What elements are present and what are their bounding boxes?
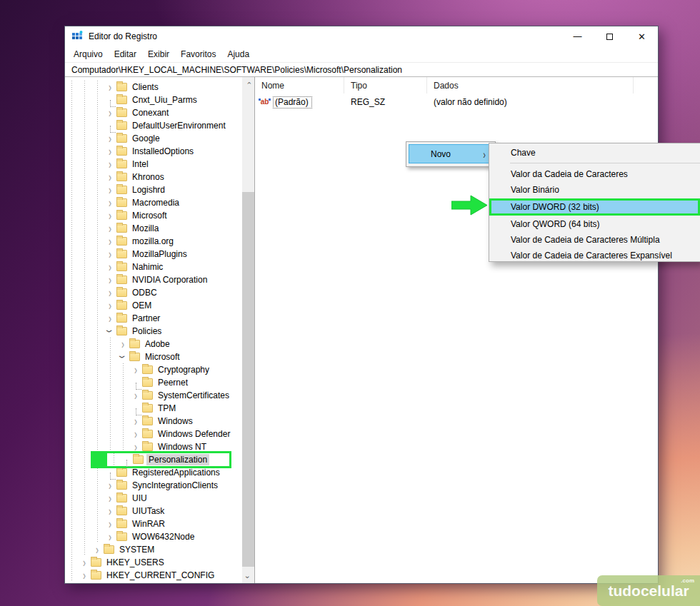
chevron-right-icon[interactable]: › bbox=[104, 104, 116, 121]
folder-icon bbox=[116, 301, 127, 310]
scroll-up-icon[interactable]: › bbox=[242, 77, 254, 89]
tree-item-google[interactable]: ›Google bbox=[65, 132, 242, 145]
tree-guide bbox=[91, 94, 104, 106]
menu-item-valor-bin-rio[interactable]: Valor Binário bbox=[489, 182, 700, 198]
menu-arquivo[interactable]: Arquivo bbox=[68, 48, 109, 61]
tree-guide bbox=[78, 505, 91, 517]
menu-item-valor-dword-32-bits[interactable]: Valor DWORD (32 bits) bbox=[489, 198, 700, 216]
folder-icon bbox=[116, 507, 127, 515]
chevron-right-icon[interactable]: › bbox=[104, 79, 116, 96]
scrollbar-thumb[interactable] bbox=[242, 192, 254, 567]
menu-item-valor-da-cadeia-de-caracteres[interactable]: Valor da Cadeia de Caracteres bbox=[489, 166, 700, 182]
chevron-right-icon[interactable]: › bbox=[104, 528, 116, 545]
folder-icon bbox=[116, 134, 127, 143]
tree-item-label: Partner bbox=[130, 313, 162, 324]
tree-item-mozilla-org[interactable]: ›mozilla.org bbox=[65, 235, 242, 248]
menu-exibir[interactable]: Exibir bbox=[142, 48, 175, 61]
tree-item-defaultuserenvironment[interactable]: DefaultUserEnvironment bbox=[65, 119, 242, 132]
maximize-button[interactable] bbox=[594, 26, 626, 46]
tree-guide bbox=[78, 222, 91, 235]
tree-guide bbox=[65, 363, 78, 376]
tree-item-label: DefaultUserEnvironment bbox=[130, 120, 228, 131]
chevron-right-icon[interactable]: › bbox=[78, 567, 91, 583]
tree-guide bbox=[104, 402, 116, 415]
folder-icon bbox=[116, 224, 127, 233]
tree-item-uiu[interactable]: ›UIU bbox=[65, 492, 242, 505]
tree-item-cryptography[interactable]: ›Cryptography bbox=[65, 363, 242, 376]
titlebar[interactable]: Editor do Registro — ✕ bbox=[65, 26, 658, 46]
tree-item-clients[interactable]: ›Clients bbox=[65, 81, 242, 94]
tree-item-windows[interactable]: ›Windows bbox=[65, 415, 242, 428]
menu-editar[interactable]: Editar bbox=[109, 48, 142, 61]
tree-item-hkey-current-config[interactable]: ›HKEY_CURRENT_CONFIG bbox=[65, 569, 242, 582]
menu-favoritos[interactable]: Favoritos bbox=[175, 48, 221, 61]
tree-item-windows-defender[interactable]: ›Windows Defender bbox=[65, 428, 242, 440]
tree-item-tpm[interactable]: TPM bbox=[65, 402, 242, 415]
menu-item-valor-de-cadeia-de-caracteres-m-ltipla[interactable]: Valor de Cadeia de Caracteres Múltipla bbox=[489, 232, 700, 248]
tree-item-label: Peernet bbox=[156, 377, 190, 388]
tree-item-winrar[interactable]: ›WinRAR bbox=[65, 517, 242, 530]
tree-guide bbox=[65, 350, 78, 363]
tree-item-adobe[interactable]: ›Adobe bbox=[65, 338, 242, 350]
tree-item-syncintegrationclients[interactable]: ›SyncIntegrationClients bbox=[65, 479, 242, 492]
tree-item-systemcertificates[interactable]: ›SystemCertificates bbox=[65, 389, 242, 402]
folder-icon bbox=[91, 571, 101, 580]
tree-item-mozilla[interactable]: ›Mozilla bbox=[65, 222, 242, 235]
tree-scrollbar[interactable]: › › bbox=[242, 77, 254, 583]
menu-item-chave[interactable]: Chave bbox=[489, 145, 700, 161]
chevron-right-icon[interactable]: › bbox=[129, 361, 142, 378]
close-button[interactable]: ✕ bbox=[626, 26, 658, 46]
tree-guide bbox=[78, 517, 91, 530]
folder-icon bbox=[116, 211, 127, 220]
tree-guide bbox=[91, 415, 104, 428]
tree-item-intel[interactable]: ›Intel bbox=[65, 158, 242, 171]
tree-item-microsoft[interactable]: ›Microsoft bbox=[65, 350, 242, 363]
tree-item-label: OEM bbox=[130, 300, 154, 311]
tree-item-conexant[interactable]: ›Conexant bbox=[65, 106, 242, 119]
tree-item-hkey-users[interactable]: ›HKEY_USERS bbox=[65, 556, 242, 569]
tree-item-policies[interactable]: ›Policies bbox=[65, 325, 242, 338]
folder-icon bbox=[116, 314, 127, 323]
menu-item-valor-qword-64-bits[interactable]: Valor QWORD (64 bits) bbox=[489, 216, 700, 232]
menu-item-label: Novo bbox=[431, 149, 451, 159]
tree-guide bbox=[104, 338, 116, 350]
address-bar[interactable]: Computador\HKEY_LOCAL_MACHINE\SOFTWARE\P… bbox=[65, 62, 658, 77]
tree-item-partner[interactable]: ›Partner bbox=[65, 312, 242, 325]
menu-item-novo[interactable]: Novo › bbox=[409, 144, 493, 163]
menu-ajuda[interactable]: Ajuda bbox=[221, 48, 255, 61]
tree-guide bbox=[65, 479, 78, 492]
tree-item-system[interactable]: ›SYSTEM bbox=[65, 543, 242, 556]
tree-item-mozillaplugins[interactable]: ›MozillaPlugins bbox=[65, 248, 242, 261]
tree-item-uiutask[interactable]: ›UIUTask bbox=[65, 505, 242, 517]
tree-item-installedoptions[interactable]: ›InstalledOptions bbox=[65, 145, 242, 158]
folder-icon bbox=[116, 250, 127, 258]
tree-guide bbox=[116, 376, 129, 389]
maximize-icon bbox=[606, 34, 613, 40]
value-row-padrao[interactable]: ab (Padrão) REG_SZ (valor não definido) bbox=[255, 96, 658, 108]
tree-item-nahimic[interactable]: ›Nahimic bbox=[65, 261, 242, 273]
tree-item-oem[interactable]: ›OEM bbox=[65, 299, 242, 312]
minimize-button[interactable]: — bbox=[561, 26, 594, 46]
tree-item-nvidia-corporation[interactable]: ›NVIDIA Corporation bbox=[65, 273, 242, 286]
tree-item-label: HKEY_CURRENT_CONFIG bbox=[104, 570, 216, 581]
watermark-badge: tudocelular .com bbox=[597, 575, 700, 606]
tree-item-label: ODBC bbox=[130, 287, 159, 298]
tree-item-microsoft[interactable]: ›Microsoft bbox=[65, 209, 242, 222]
chevron-right-icon[interactable]: › bbox=[91, 541, 104, 558]
tree-item-logishrd[interactable]: ›Logishrd bbox=[65, 183, 242, 196]
tree-guide bbox=[78, 325, 91, 338]
tree-item-odbc[interactable]: ›ODBC bbox=[65, 286, 242, 299]
tree-item-peernet[interactable]: Peernet bbox=[65, 376, 242, 389]
chevron-right-icon[interactable]: › bbox=[129, 387, 142, 404]
scroll-down-icon[interactable]: › bbox=[242, 571, 254, 583]
tree-guide bbox=[116, 389, 129, 402]
column-header-tipo[interactable]: Tipo bbox=[344, 77, 427, 94]
menu-item-valor-de-cadeia-de-caracteres-expans-vel[interactable]: Valor de Cadeia de Caracteres Expansível bbox=[489, 248, 700, 263]
column-header-dados[interactable]: Dados bbox=[427, 77, 634, 94]
column-header-nome[interactable]: Nome bbox=[255, 77, 344, 94]
tree-item-khronos[interactable]: ›Khronos bbox=[65, 171, 242, 183]
tree-item-macromedia[interactable]: ›Macromedia bbox=[65, 196, 242, 209]
tree-item-personalization[interactable]: Personalization bbox=[65, 453, 242, 466]
tree-guide bbox=[65, 556, 78, 569]
tree-item-cnxt-uiu-parms[interactable]: Cnxt_Uiu_Parms bbox=[65, 94, 242, 106]
